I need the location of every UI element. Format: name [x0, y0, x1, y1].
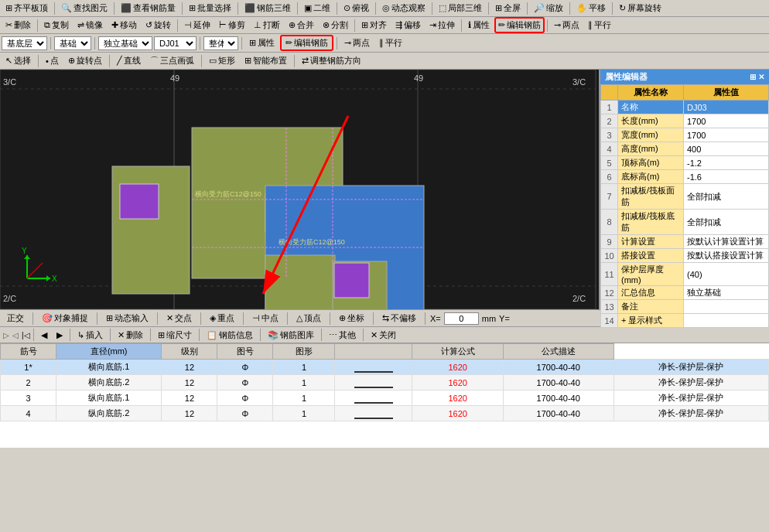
props-row-name[interactable]: 顶标高(m) — [618, 156, 684, 170]
props-row-id: 10 — [601, 249, 618, 263]
props-row-name[interactable]: 汇总信息 — [618, 286, 684, 300]
props-row-value[interactable]: (40) — [684, 263, 769, 286]
btn-打断[interactable]: ⊥ 打断 — [250, 18, 284, 32]
btn-props[interactable]: ℹ 属性 — [464, 18, 494, 32]
btn-coord[interactable]: ⊕ 坐标 — [335, 311, 368, 326]
props-row-name[interactable]: 扣减板/筏板面筋 — [618, 184, 684, 210]
btn-rotate-point[interactable]: ⊕ 旋转点 — [64, 53, 106, 68]
props-row-value[interactable]: 400 — [684, 142, 769, 156]
btn-align[interactable]: ⊞ 对齐 — [357, 18, 391, 32]
menu-屏幕旋转[interactable]: ↻ 屏幕旋转 — [615, 1, 665, 15]
props-row-name[interactable]: + 显示样式 — [618, 314, 684, 328]
btn-delete[interactable]: ✂ 删除 — [2, 18, 35, 32]
btn-scale[interactable]: ⊞ 缩尺寸 — [154, 328, 196, 343]
props-row-value[interactable] — [684, 314, 769, 328]
menu-局部三维[interactable]: ⬚ 局部三维 — [435, 1, 486, 15]
foundation-type-select[interactable]: 独立基础 — [98, 36, 152, 50]
btn-select[interactable]: ↖ 选择 — [2, 53, 35, 68]
btn-adjust-dir[interactable]: ⇄ 调整钢筋方向 — [298, 53, 365, 68]
btn-close-rebar[interactable]: ✕ 关闭 — [367, 328, 400, 343]
btn-extend[interactable]: ⊣ 延伸 — [180, 18, 214, 32]
scope-select[interactable]: 整体 — [203, 36, 238, 50]
props-row-value[interactable]: -1.6 — [684, 170, 769, 184]
btn-parallel-view[interactable]: ∥ 平行 — [375, 36, 406, 50]
btn-ortho[interactable]: 正交 — [3, 311, 28, 326]
btn-vertex[interactable]: △ 顶点 — [292, 311, 325, 326]
props-row-name[interactable]: 搭接设置 — [618, 249, 684, 263]
props-row-name[interactable]: 宽度(mm) — [618, 128, 684, 142]
props-row-name[interactable]: 保护层厚度(mm) — [618, 263, 684, 286]
btn-offset[interactable]: ⇶ 偏移 — [391, 18, 425, 32]
menu-齐平板顶[interactable]: ⊞ 齐平板顶 — [2, 1, 52, 15]
canvas-viewport[interactable]: 横向受力筋C12@150 横向受力筋C12@150 49 49 3/C 3/C … — [0, 70, 599, 309]
menu-查找图元[interactable]: 🔍 查找图元 — [57, 1, 111, 15]
btn-props-view[interactable]: ⊞ 属性 — [245, 36, 279, 50]
props-row-value[interactable]: 1700 — [684, 128, 769, 142]
btn-merge[interactable]: ⊕ 合并 — [285, 18, 318, 32]
props-row-value[interactable]: 全部扣减 — [684, 184, 769, 210]
props-row-value[interactable]: 按默认搭接设置计算 — [684, 249, 769, 263]
btn-edit-rebar[interactable]: ✏ 编辑钢筋 — [494, 17, 545, 33]
btn-other[interactable]: ⋯ 其他 — [325, 328, 360, 343]
menu-钢筋三维[interactable]: ⬛ 钢筋三维 — [241, 1, 295, 15]
btn-del-rebar[interactable]: ✕ 删除 — [114, 328, 147, 343]
menu-俯视[interactable]: ⊙ 俯视 — [340, 1, 373, 15]
category-select[interactable]: 基础 — [54, 36, 91, 50]
props-row-name[interactable]: 备注 — [618, 300, 684, 314]
btn-stretch[interactable]: ⇥ 拉伸 — [426, 18, 459, 32]
btn-snap[interactable]: 🎯 对象捕捉 — [38, 311, 92, 326]
rebar-col-diameter[interactable]: 直径(mm) — [56, 344, 162, 360]
btn-smart-layout[interactable]: ⊞ 智能布置 — [241, 53, 291, 68]
btn-mirror[interactable]: ⇌ 镜像 — [73, 18, 107, 32]
btn-midpoint[interactable]: ⊣ 中点 — [248, 311, 282, 326]
btn-line[interactable]: ╱ 直线 — [113, 53, 145, 68]
props-row-name[interactable]: 长度(mm) — [618, 114, 684, 128]
btn-move[interactable]: ✚ 移动 — [108, 18, 141, 32]
btn-arc[interactable]: ⌒ 三点画弧 — [146, 53, 198, 68]
menu-平移[interactable]: ✋ 平移 — [572, 1, 610, 15]
btn-rotate[interactable]: ↺ 旋转 — [142, 18, 175, 32]
props-row-value[interactable]: 独立基础 — [684, 286, 769, 300]
props-row-value[interactable]: -1.2 — [684, 156, 769, 170]
props-row-name[interactable]: 扣减板/筏板底筋 — [618, 210, 684, 235]
btn-intersect[interactable]: ✕ 交点 — [162, 311, 196, 326]
menu-批量选择[interactable]: ⊞ 批量选择 — [185, 1, 235, 15]
btn-dynamic-input[interactable]: ⊞ 动态输入 — [102, 311, 152, 326]
btn-insert[interactable]: ↳ 插入 — [73, 328, 107, 343]
props-row-value[interactable]: 1700 — [684, 114, 769, 128]
props-row-value[interactable]: 按默认计算设置计算 — [684, 235, 769, 249]
props-row-name[interactable]: 底标高(m) — [618, 170, 684, 184]
x-coord-input[interactable] — [444, 312, 479, 325]
btn-nav-prev[interactable]: ◀ — [37, 329, 51, 342]
btn-nav-next[interactable]: ▶ — [53, 329, 67, 342]
menu-查看钢筋量[interactable]: ⬛ 查看钢筋量 — [117, 1, 179, 15]
props-row-id: 5 — [601, 156, 618, 170]
menu-缩放[interactable]: 🔎 缩放 — [530, 1, 567, 15]
rebar-col-num: 筋号 — [1, 344, 56, 360]
btn-split[interactable]: ⊗ 分割 — [319, 18, 352, 32]
btn-no-offset[interactable]: ⇆ 不偏移 — [378, 311, 420, 326]
btn-rebar-lib[interactable]: 📚 钢筋图库 — [264, 328, 318, 343]
props-dock-icon[interactable]: ⊞ ✕ — [750, 73, 764, 81]
props-row-name[interactable]: 名称 — [618, 101, 684, 114]
menu-二维[interactable]: ▣ 二维 — [300, 1, 334, 15]
layer-select[interactable]: 基底层 — [2, 36, 47, 50]
props-row-value[interactable]: 全部扣减 — [684, 210, 769, 235]
props-row-value[interactable]: DJ03 — [684, 101, 769, 114]
props-row-name[interactable]: 计算设置 — [618, 235, 684, 249]
props-row-value[interactable] — [684, 300, 769, 314]
btn-copy[interactable]: ⧉ 复制 — [40, 18, 73, 32]
btn-trim[interactable]: ⊢ 修剪 — [215, 18, 249, 32]
btn-key-point[interactable]: ◈ 重点 — [206, 311, 238, 326]
btn-two-points[interactable]: ⊸ 两点 — [550, 18, 583, 32]
btn-two-pts-view[interactable]: ⊸ 两点 — [340, 36, 374, 50]
menu-全屏[interactable]: ⊞ 全屏 — [491, 1, 525, 15]
btn-point[interactable]: • 点 — [42, 53, 63, 68]
props-row-name[interactable]: 高度(mm) — [618, 142, 684, 156]
btn-rebar-info[interactable]: 📋 钢筋信息 — [203, 328, 257, 343]
foundation-id-select[interactable]: DJ01 — [154, 36, 197, 50]
btn-edit-rebar2[interactable]: ✏ 编辑钢筋 — [280, 35, 333, 51]
btn-rect[interactable]: ▭ 矩形 — [205, 53, 239, 68]
menu-动态观察[interactable]: ◎ 动态观察 — [378, 1, 429, 15]
btn-parallel[interactable]: ∥ 平行 — [584, 18, 615, 32]
